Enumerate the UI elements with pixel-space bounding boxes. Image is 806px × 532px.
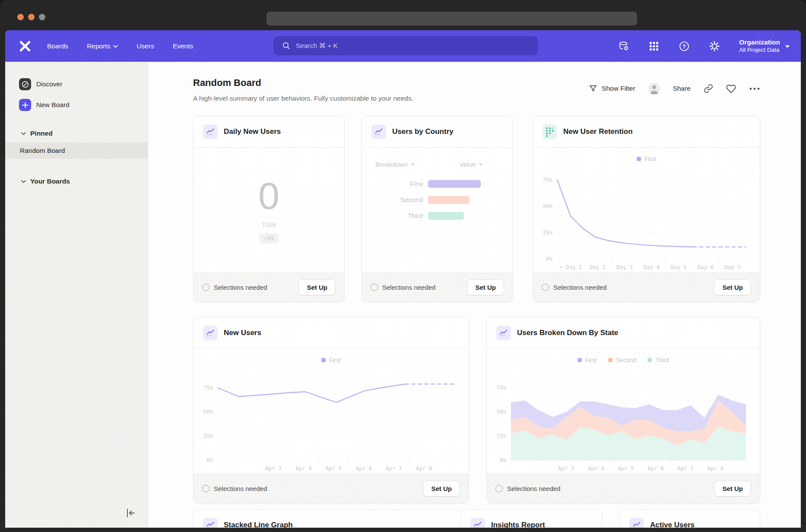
value-dropdown[interactable]: Value — [460, 161, 482, 168]
browser-address-bar[interactable] — [267, 12, 637, 25]
svg-text:0%: 0% — [546, 256, 553, 262]
person-icon — [648, 83, 660, 95]
legend-label: Third — [655, 357, 669, 364]
set-up-button[interactable]: Set Up — [714, 279, 751, 295]
settings-gear-icon[interactable] — [709, 41, 720, 52]
card-title: Daily New Users — [224, 127, 281, 136]
chevron-down-icon — [113, 45, 118, 48]
line-chart-icon — [629, 518, 644, 528]
card-title: Stacked Line Graph — [224, 521, 293, 528]
share-button[interactable]: Share — [673, 85, 691, 92]
discover-compass-icon — [19, 78, 31, 90]
legend-item[interactable]: First — [637, 155, 656, 162]
svg-text:Day 3: Day 3 — [616, 264, 633, 270]
board-content: Random Board A high-level summary of use… — [148, 62, 801, 528]
avatar[interactable] — [648, 83, 660, 95]
set-up-button[interactable]: Set Up — [467, 279, 504, 295]
collapse-sidebar-icon[interactable] — [125, 508, 136, 518]
sidebar-section-your-boards[interactable]: Your Boards — [21, 177, 70, 185]
line-chart-icon — [496, 326, 511, 340]
global-search-input[interactable]: Search ⌘ + K — [273, 36, 538, 55]
metric-value: 0 — [258, 177, 279, 215]
card-title: New Users — [224, 329, 261, 337]
org-switcher[interactable]: Organization All Project Data — [739, 38, 790, 54]
more-options-button[interactable] — [749, 87, 760, 90]
svg-text:?: ? — [682, 43, 686, 50]
copy-link-button[interactable] — [704, 84, 713, 93]
legend-label: Second — [616, 357, 636, 364]
set-up-button[interactable]: Set Up — [714, 481, 751, 497]
data-management-icon[interactable] — [618, 41, 629, 52]
bar-fill — [428, 180, 481, 188]
svg-text:50%: 50% — [543, 203, 552, 209]
card-title: Active Users — [650, 521, 695, 528]
window-minimize-button[interactable] — [28, 14, 35, 20]
org-name: Organization — [739, 38, 780, 46]
value-label: Value — [460, 161, 476, 168]
bar-row: First — [362, 180, 513, 188]
card-new-users: New Users First 75%50%25%0%Apr 3Apr 4Apr… — [193, 317, 469, 504]
card-header: New User Retention — [533, 116, 760, 148]
legend-item[interactable]: First — [321, 357, 341, 364]
status-radio-icon — [542, 284, 549, 291]
sidebar-item-new-board[interactable]: New Board — [19, 99, 70, 111]
bar-track — [428, 212, 481, 220]
svg-text:25%: 25% — [496, 433, 506, 439]
ellipsis-icon — [749, 87, 760, 90]
page-subtitle: A high-level summary of user behaviors. … — [193, 95, 413, 102]
svg-text:Apr 6: Apr 6 — [355, 465, 372, 472]
nav-item-users[interactable]: Users — [136, 42, 154, 50]
line-chart-icon — [203, 326, 218, 340]
bar-track — [428, 180, 481, 188]
favorite-button[interactable] — [726, 84, 736, 94]
traffic-lights — [17, 14, 45, 20]
card-users-by-state: Users Broken Down By State FirstSecondTh… — [486, 317, 760, 504]
card-footer: Selections needed Set Up — [533, 272, 760, 302]
help-icon[interactable]: ? — [679, 41, 690, 52]
mixpanel-logo-icon[interactable] — [19, 41, 31, 52]
bar-fill — [428, 212, 464, 220]
status-radio-icon — [202, 485, 209, 492]
status-radio-icon — [202, 284, 209, 291]
status-text: Selections needed — [214, 284, 267, 291]
card-footer: Selections needed Set Up — [194, 272, 344, 302]
card-header: Stacked Line Graph — [194, 510, 462, 528]
set-up-button[interactable]: Set Up — [423, 481, 460, 497]
bar-chart-body: Breakdown Value FirstSecondThird — [362, 148, 513, 272]
nav-item-events[interactable]: Events — [173, 42, 193, 50]
window-close-button[interactable] — [17, 14, 24, 20]
chart-legend: First — [194, 353, 469, 367]
state-chart: FirstSecondThird 75%50%25%0%Apr 3Apr 4Ap… — [487, 349, 760, 474]
legend-item[interactable]: First — [578, 357, 597, 364]
legend-item[interactable]: Third — [647, 357, 669, 364]
top-navigation: Boards Reports Users Events Search ⌘ + K — [5, 30, 801, 62]
nav-item-reports[interactable]: Reports — [87, 42, 118, 50]
horizontal-bars: FirstSecondThird — [362, 180, 513, 220]
new-users-line-chart: 75%50%25%0%Apr 3Apr 4Apr 5Apr 6Apr 7Apr … — [194, 367, 469, 473]
metric-label: Total — [262, 221, 276, 229]
show-filter-button[interactable]: Show Filter — [588, 84, 635, 93]
plus-icon — [19, 99, 31, 111]
legend-label: First — [585, 357, 597, 364]
card-users-by-country: Users by Country Breakdown Value — [362, 116, 513, 302]
line-chart-icon — [203, 518, 218, 528]
svg-text:< Day 1: < Day 1 — [559, 264, 582, 270]
legend-chip-icon — [578, 358, 582, 362]
sidebar-item-label: New Board — [36, 101, 70, 109]
legend-item[interactable]: Second — [608, 357, 636, 364]
bar-row: Third — [362, 212, 513, 220]
breakdown-dropdown[interactable]: Breakdown — [375, 161, 415, 168]
set-up-button[interactable]: Set Up — [298, 279, 336, 295]
svg-text:Apr 7: Apr 7 — [677, 465, 694, 472]
search-placeholder: Search ⌘ + K — [296, 42, 338, 50]
sidebar-item-random-board[interactable]: Random Board — [5, 142, 148, 159]
primary-nav: Boards Reports Users Events — [47, 42, 193, 50]
window-zoom-button[interactable] — [39, 14, 45, 20]
apps-grid-icon[interactable] — [648, 41, 660, 52]
breakdown-label: Breakdown — [375, 161, 408, 168]
sidebar-item-discover[interactable]: Discover — [19, 78, 62, 90]
card-title: Users Broken Down By State — [517, 329, 618, 337]
bar-label: Third — [362, 212, 428, 220]
sidebar-section-pinned[interactable]: Pinned — [21, 130, 53, 137]
nav-item-boards[interactable]: Boards — [47, 42, 68, 50]
